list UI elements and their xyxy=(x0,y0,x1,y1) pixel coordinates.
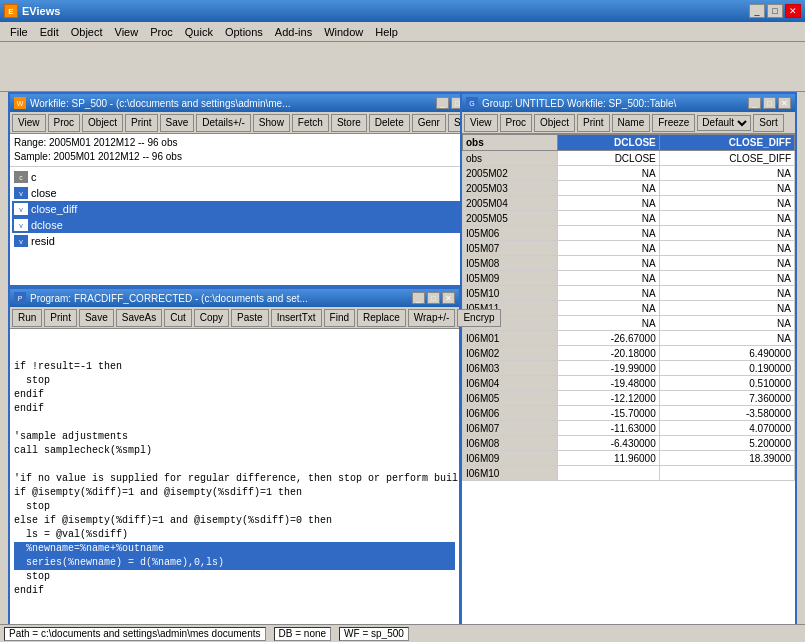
grp-sort-btn[interactable]: Sort xyxy=(753,114,783,132)
menu-object[interactable]: Object xyxy=(65,24,109,40)
table-row[interactable]: 2005M04NANA xyxy=(463,196,795,211)
prog-encryp-btn[interactable]: Encryp xyxy=(457,309,500,327)
status-bar: Path = c:\documents and settings\admin\m… xyxy=(0,624,805,642)
wf-item-close-diff[interactable]: v close_diff xyxy=(12,201,466,217)
program-toolbar: Run Print Save SaveAs Cut Copy Paste Ins… xyxy=(10,307,459,329)
row-dclose: NA xyxy=(558,166,660,181)
row-obs: I05M09 xyxy=(463,271,558,286)
table-row[interactable]: I06M03-19.990000.190000 xyxy=(463,361,795,376)
program-line: endif xyxy=(14,388,455,402)
prog-minimize[interactable]: _ xyxy=(412,292,425,304)
maximize-button[interactable]: □ xyxy=(767,4,783,18)
app-title: EViews xyxy=(22,5,60,17)
row-obs: I06M03 xyxy=(463,361,558,376)
prog-paste-btn[interactable]: Paste xyxy=(231,309,269,327)
table-row[interactable]: I06M10 xyxy=(463,466,795,481)
menu-edit[interactable]: Edit xyxy=(34,24,65,40)
close-button[interactable]: ✕ xyxy=(785,4,801,18)
table-row[interactable]: I05M08NANA xyxy=(463,256,795,271)
prog-wrap-btn[interactable]: Wrap+/- xyxy=(408,309,456,327)
row-dclose: 11.96000 xyxy=(558,451,660,466)
minimize-button[interactable]: _ xyxy=(749,4,765,18)
row-obs: I05M06 xyxy=(463,226,558,241)
table-row[interactable]: 2005M02NANA xyxy=(463,166,795,181)
group-toolbar: View Proc Object Print Name Freeze Defau… xyxy=(462,112,795,134)
table-row[interactable]: I05M11NANA xyxy=(463,301,795,316)
table-row[interactable]: 2005M03NANA xyxy=(463,181,795,196)
menu-view[interactable]: View xyxy=(109,24,145,40)
range-info: Range: 2005M01 2012M12 -- 96 obs xyxy=(14,136,464,150)
table-row[interactable]: I05M07NANA xyxy=(463,241,795,256)
table-row[interactable]: I06M02-20.180006.490000 xyxy=(463,346,795,361)
grp-default-select[interactable]: Default xyxy=(697,115,751,131)
grp-object-btn[interactable]: Object xyxy=(534,114,575,132)
row-obs: 2005M04 xyxy=(463,196,558,211)
menu-file[interactable]: File xyxy=(4,24,34,40)
table-row[interactable]: I06M05-12.120007.360000 xyxy=(463,391,795,406)
row-closediff: NA xyxy=(659,196,794,211)
menu-options[interactable]: Options xyxy=(219,24,269,40)
prog-find-btn[interactable]: Find xyxy=(324,309,355,327)
wf-details-btn[interactable]: Details+/- xyxy=(196,114,251,132)
wf-fetch-btn[interactable]: Fetch xyxy=(292,114,329,132)
row-closediff: NA xyxy=(659,286,794,301)
program-line: stop xyxy=(14,570,455,584)
menu-addins[interactable]: Add-ins xyxy=(269,24,318,40)
wf-item-c[interactable]: c c xyxy=(12,169,466,185)
wf-item-resid[interactable]: v resid xyxy=(12,233,466,249)
wf-view-btn[interactable]: View xyxy=(12,114,46,132)
wf-label-close: close xyxy=(31,187,57,199)
prog-replace-btn[interactable]: Replace xyxy=(357,309,406,327)
workfile-title: Workfile: SP_500 - (c:\documents and set… xyxy=(30,98,291,109)
group-maximize[interactable]: □ xyxy=(763,97,776,109)
group-close[interactable]: ✕ xyxy=(778,97,791,109)
wf-save-btn[interactable]: Save xyxy=(160,114,195,132)
wf-item-dclose[interactable]: v dclose xyxy=(12,217,466,233)
prog-maximize[interactable]: □ xyxy=(427,292,440,304)
group-table: obs DCLOSE CLOSE_DIFF obs DCLOSE CLOSE_D… xyxy=(462,134,795,481)
table-row[interactable]: I05M09NANA xyxy=(463,271,795,286)
prog-cut-btn[interactable]: Cut xyxy=(164,309,192,327)
table-row[interactable]: I05M12NANA xyxy=(463,316,795,331)
menu-window[interactable]: Window xyxy=(318,24,369,40)
table-row[interactable]: 2005M05NANA xyxy=(463,211,795,226)
col-obs-header: obs xyxy=(463,135,558,151)
wf-item-close[interactable]: v close xyxy=(12,185,466,201)
menu-proc[interactable]: Proc xyxy=(144,24,179,40)
program-line: 'sample adjustments xyxy=(14,430,455,444)
wf-object-btn[interactable]: Object xyxy=(82,114,123,132)
grp-proc-btn[interactable]: Proc xyxy=(500,114,533,132)
group-minimize[interactable]: _ xyxy=(748,97,761,109)
grp-print-btn[interactable]: Print xyxy=(577,114,610,132)
menu-help[interactable]: Help xyxy=(369,24,404,40)
wf-proc-btn[interactable]: Proc xyxy=(48,114,81,132)
table-row[interactable]: I05M06NANA xyxy=(463,226,795,241)
prog-save-btn[interactable]: Save xyxy=(79,309,114,327)
prog-print-btn[interactable]: Print xyxy=(44,309,77,327)
table-row[interactable]: I05M10NANA xyxy=(463,286,795,301)
table-row[interactable]: I06M0911.9600018.39000 xyxy=(463,451,795,466)
wf-print-btn[interactable]: Print xyxy=(125,114,158,132)
table-row[interactable]: I06M01-26.67000NA xyxy=(463,331,795,346)
prog-copy-btn[interactable]: Copy xyxy=(194,309,229,327)
prog-saveas-btn[interactable]: SaveAs xyxy=(116,309,162,327)
prog-run-btn[interactable]: Run xyxy=(12,309,42,327)
grp-name-btn[interactable]: Name xyxy=(612,114,651,132)
table-row[interactable]: I06M04-19.480000.510000 xyxy=(463,376,795,391)
table-row[interactable]: I06M07-11.630004.070000 xyxy=(463,421,795,436)
wf-delete-btn[interactable]: Delete xyxy=(369,114,410,132)
workfile-minimize[interactable]: _ xyxy=(436,97,449,109)
grp-freeze-btn[interactable]: Freeze xyxy=(652,114,695,132)
table-row[interactable]: I06M06-15.70000-3.580000 xyxy=(463,406,795,421)
wf-genr-btn[interactable]: Genr xyxy=(412,114,446,132)
table-row[interactable]: I06M08-6.4300005.200000 xyxy=(463,436,795,451)
wf-store-btn[interactable]: Store xyxy=(331,114,367,132)
grp-view-btn[interactable]: View xyxy=(464,114,498,132)
row-closediff: NA xyxy=(659,226,794,241)
menu-quick[interactable]: Quick xyxy=(179,24,219,40)
group-table-container[interactable]: obs DCLOSE CLOSE_DIFF obs DCLOSE CLOSE_D… xyxy=(462,134,795,642)
prog-inserttxt-btn[interactable]: InsertTxt xyxy=(271,309,322,327)
prog-close[interactable]: ✕ xyxy=(442,292,455,304)
program-editor[interactable]: if !result=-1 then stopendifendif 'sampl… xyxy=(10,329,459,642)
wf-show-btn[interactable]: Show xyxy=(253,114,290,132)
